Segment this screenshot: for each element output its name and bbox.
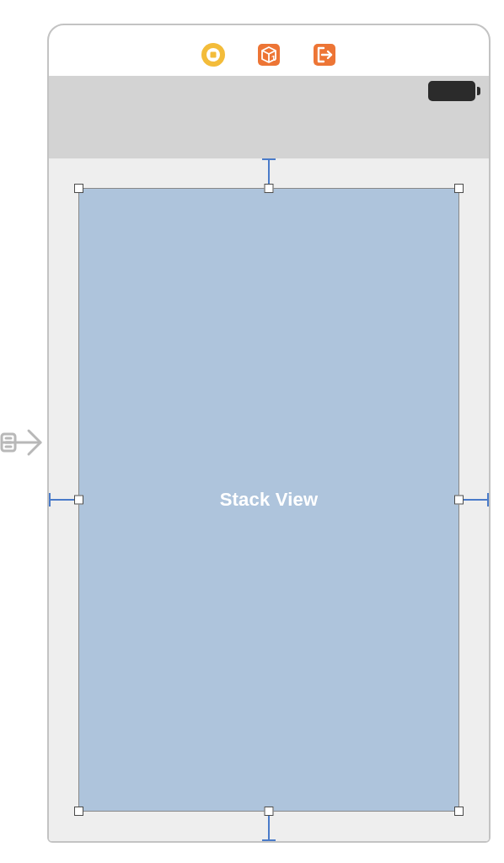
constraint-anchor-bottom	[262, 839, 276, 841]
resize-handle-n[interactable]	[265, 184, 274, 193]
root-view[interactable]: Stack View	[49, 158, 489, 841]
resize-handle-w[interactable]	[74, 496, 83, 505]
view-controller-icon[interactable]	[201, 42, 226, 67]
stack-view-label: Stack View	[220, 489, 319, 511]
constraint-anchor-trailing	[487, 493, 489, 507]
exit-icon[interactable]	[312, 42, 337, 67]
stack-view[interactable]: Stack View	[79, 189, 458, 811]
resize-handle-ne[interactable]	[454, 184, 464, 193]
battery-icon	[428, 81, 480, 101]
constraint-anchor-top	[262, 158, 276, 160]
svg-rect-7	[211, 52, 217, 58]
resize-handle-e[interactable]	[454, 496, 464, 505]
resize-handle-s[interactable]	[265, 807, 274, 816]
scene-dock: 1	[49, 37, 489, 72]
constraint-anchor-leading	[49, 493, 51, 507]
scene-frame[interactable]: 1	[47, 24, 491, 843]
first-responder-icon[interactable]: 1	[256, 42, 281, 67]
status-bar-area	[49, 76, 489, 158]
storyboard-entry-arrow[interactable]	[0, 423, 46, 465]
resize-handle-se[interactable]	[454, 807, 464, 816]
svg-text:1: 1	[271, 54, 276, 62]
resize-handle-sw[interactable]	[74, 807, 83, 816]
resize-handle-nw[interactable]	[74, 184, 83, 193]
